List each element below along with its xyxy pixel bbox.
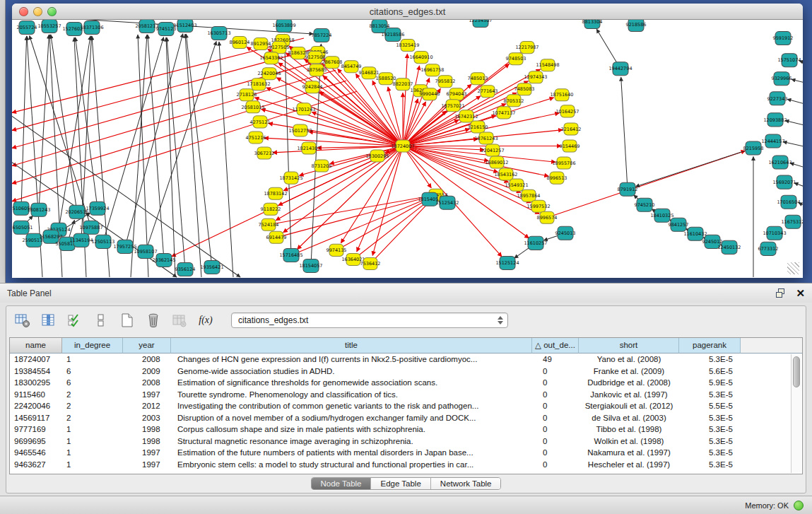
graph-node[interactable]: 16053809 bbox=[272, 20, 295, 33]
graph-node[interactable]: 15692071 bbox=[772, 175, 796, 189]
graph-node[interactable]: 8215958 bbox=[743, 141, 764, 155]
table-row[interactable]: 1938455462009Genome-wide association stu… bbox=[10, 366, 802, 378]
graph-edge[interactable] bbox=[635, 148, 753, 186]
graph-node[interactable]: 6794043 bbox=[447, 88, 467, 100]
cell-out_de[interactable]: 0 bbox=[532, 377, 579, 389]
cell-title[interactable]: Embryonic stem cells: a model to study s… bbox=[171, 459, 532, 471]
graph-node[interactable]: 10553257 bbox=[37, 20, 61, 33]
cell-in_degree[interactable]: 1 bbox=[62, 447, 123, 459]
cell-year[interactable]: 2009 bbox=[123, 366, 171, 378]
column-header-short[interactable]: short bbox=[579, 338, 679, 354]
column-header-out_de[interactable]: △ out_de... bbox=[532, 338, 579, 354]
graph-edge[interactable] bbox=[30, 35, 91, 227]
column-header-in_degree[interactable]: in_degree bbox=[62, 338, 123, 354]
graph-node[interactable]: 18761243 bbox=[474, 132, 498, 144]
cell-title[interactable]: Investigating the contribution of common… bbox=[171, 400, 532, 412]
graph-node[interactable]: 8705312 bbox=[504, 95, 524, 107]
graph-node[interactable]: 4751216 bbox=[246, 132, 266, 144]
graph-edge[interactable] bbox=[148, 35, 164, 260]
row-height-icon[interactable] bbox=[93, 313, 109, 328]
cell-year[interactable]: 1997 bbox=[123, 447, 171, 459]
graph-node[interactable]: 4275121 bbox=[250, 116, 271, 128]
cell-year[interactable]: 1997 bbox=[123, 459, 171, 471]
graph-node[interactable]: 15997532 bbox=[526, 200, 550, 212]
graph-node[interactable]: 9329966 bbox=[772, 72, 792, 86]
cell-year[interactable]: 1998 bbox=[123, 436, 171, 448]
select-columns-icon[interactable] bbox=[67, 313, 83, 328]
graph-node[interactable]: 9154469 bbox=[560, 140, 580, 152]
graph-node[interactable]: 18325419 bbox=[396, 40, 419, 52]
column-header-year[interactable]: year bbox=[123, 338, 171, 354]
window-resize-grip[interactable] bbox=[787, 262, 799, 274]
cell-in_degree[interactable]: 2 bbox=[62, 400, 123, 412]
cell-short[interactable]: Nakamura et al. (1997) bbox=[579, 447, 679, 459]
cell-name[interactable]: 9777169 bbox=[10, 424, 62, 436]
graph-node[interactable]: 20581015 bbox=[241, 101, 264, 113]
graph-node[interactable]: 9227343 bbox=[767, 92, 788, 105]
cell-in_degree[interactable]: 2 bbox=[62, 389, 123, 401]
cell-out_de[interactable]: 0 bbox=[532, 424, 579, 436]
table-row[interactable]: 911546021997Tourette syndrome. Phenomeno… bbox=[10, 389, 802, 401]
cell-out_de[interactable]: 0 bbox=[532, 400, 579, 412]
column-header-title[interactable]: title bbox=[171, 338, 532, 354]
graph-edge[interactable] bbox=[403, 146, 529, 238]
graph-node[interactable]: 12217987 bbox=[515, 42, 539, 54]
graph-node[interactable]: 16961758 bbox=[420, 64, 444, 76]
graph-node[interactable]: 12444157 bbox=[761, 134, 784, 148]
column-header-name[interactable]: name bbox=[10, 338, 62, 354]
cell-name[interactable]: 18300295 bbox=[10, 377, 62, 389]
table-selector-dropdown[interactable]: citations_edges.txt bbox=[231, 313, 508, 328]
graph-edge[interactable] bbox=[783, 141, 803, 148]
cell-title[interactable]: Corpus callosum shape and size in male p… bbox=[171, 424, 532, 436]
graph-edge[interactable] bbox=[403, 146, 548, 176]
graph-node[interactable]: 12254307 bbox=[469, 20, 492, 28]
cell-in_degree[interactable]: 2 bbox=[62, 412, 123, 424]
graph-node[interactable]: 16210643 bbox=[768, 156, 792, 169]
graph-node[interactable]: 15716485 bbox=[279, 248, 302, 262]
table-mode-icon[interactable] bbox=[15, 313, 30, 328]
cell-out_de[interactable]: 0 bbox=[532, 447, 579, 459]
cell-pagerank[interactable]: 5.3E-5 bbox=[679, 424, 741, 436]
cell-out_de[interactable]: 0 bbox=[532, 412, 579, 424]
graph-node[interactable]: 18214307 bbox=[297, 142, 320, 154]
cell-out_de[interactable]: 0 bbox=[532, 436, 579, 448]
table-row[interactable]: 946554611997Estimation of the future num… bbox=[10, 447, 802, 459]
cell-short[interactable]: Hescheler et al. (1997) bbox=[579, 459, 679, 471]
cell-short[interactable]: Dudbridge et al. (2008) bbox=[579, 377, 679, 389]
graph-node[interactable]: 17016504 bbox=[777, 195, 800, 209]
cell-title[interactable]: Tourette syndrome. Phenomenology and cla… bbox=[171, 389, 532, 401]
tab-edge-table[interactable]: Edge Table bbox=[370, 478, 430, 489]
graph-node[interactable]: 2718126 bbox=[237, 89, 257, 101]
graph-node[interactable]: 2771643 bbox=[478, 86, 498, 98]
graph-node[interactable]: 9748503 bbox=[506, 53, 526, 65]
graph-edge[interactable] bbox=[372, 146, 403, 255]
graph-edge[interactable] bbox=[787, 99, 803, 105]
cell-name[interactable]: 14569117 bbox=[10, 412, 62, 424]
cell-year[interactable]: 2003 bbox=[123, 412, 171, 424]
cell-title[interactable]: Changes of HCN gene expression and I(f) … bbox=[171, 354, 532, 366]
show-columns-icon[interactable] bbox=[41, 313, 57, 328]
graph-node[interactable]: 8731205 bbox=[312, 160, 332, 172]
table-row[interactable]: 1456911722003Disruption of a novel membe… bbox=[10, 412, 802, 424]
graph-edge[interactable] bbox=[39, 35, 49, 210]
cell-pagerank[interactable]: 5.9E-5 bbox=[679, 377, 741, 389]
import-table-icon[interactable] bbox=[172, 313, 187, 328]
cell-out_de[interactable]: 0 bbox=[532, 389, 579, 401]
cell-in_degree[interactable]: 1 bbox=[62, 436, 123, 448]
graph-node[interactable]: 12093882 bbox=[763, 113, 787, 127]
tab-network-table[interactable]: Network Table bbox=[430, 478, 501, 489]
graph-node[interactable]: 18751640 bbox=[550, 89, 573, 101]
table-row[interactable]: 977716911998Corpus callosum shape and si… bbox=[10, 424, 802, 436]
graph-node[interactable]: 18783142 bbox=[264, 187, 287, 199]
tab-node-table[interactable]: Node Table bbox=[312, 478, 371, 489]
network-canvas[interactable]: 1872400718300295896012489129541822605891… bbox=[12, 20, 803, 278]
column-header-pagerank[interactable]: pagerank bbox=[679, 338, 741, 354]
graph-edge[interactable] bbox=[131, 35, 147, 277]
cell-in_degree[interactable]: 6 bbox=[62, 377, 123, 389]
table-row[interactable]: 946362711997Embryonic stem cells: a mode… bbox=[10, 459, 802, 471]
cell-name[interactable]: 19384554 bbox=[10, 366, 62, 378]
graph-node[interactable]: 9591912 bbox=[773, 32, 794, 45]
graph-node[interactable]: 19442794 bbox=[608, 62, 632, 76]
cell-short[interactable]: Franke et al. (2009) bbox=[579, 366, 679, 378]
minimize-window-button[interactable] bbox=[33, 7, 42, 16]
